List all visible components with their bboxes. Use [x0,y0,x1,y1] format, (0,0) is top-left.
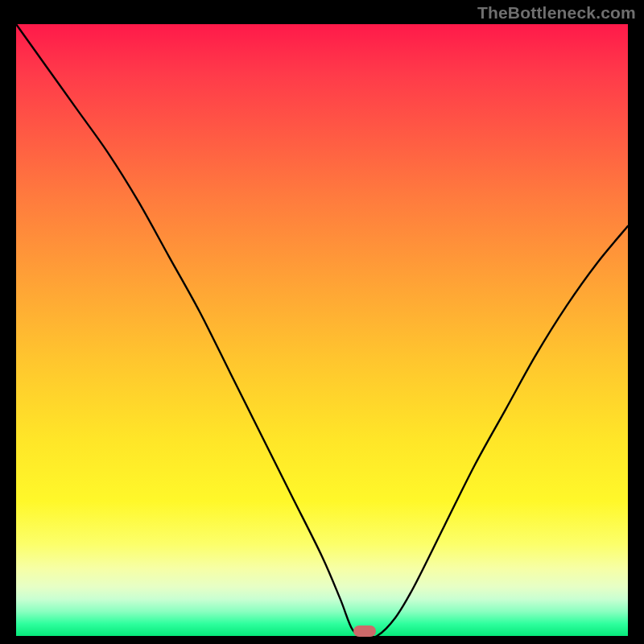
chart-frame: TheBottleneck.com [0,0,644,644]
watermark-text: TheBottleneck.com [477,3,636,23]
plot-area [16,24,628,636]
bottleneck-marker [353,625,376,637]
curve-svg [16,24,628,636]
bottleneck-curve [16,24,628,638]
